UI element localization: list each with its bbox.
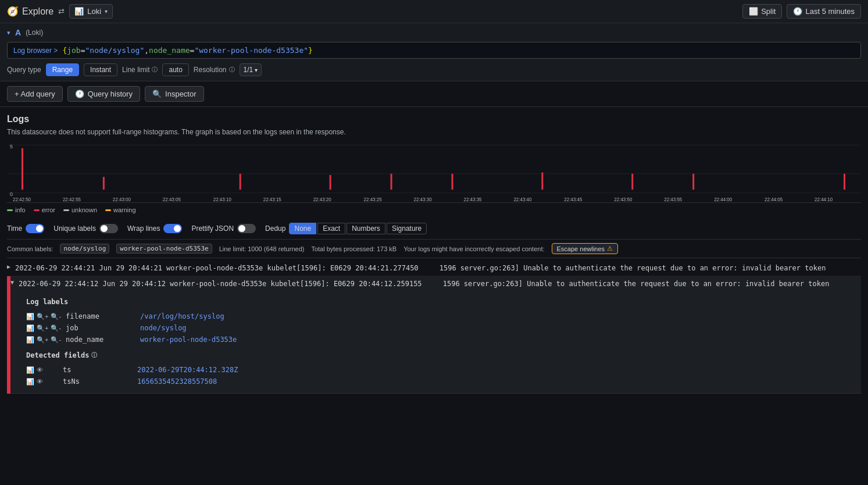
log-row-1[interactable]: ▶ 2022-06-29 22:44:21 Jun 29 20:44:21 wo… [7,261,861,276]
info-icon-resolution[interactable]: ⓘ [229,66,235,74]
chart-svg: 5 0 22:42:50 22:42:55 22:43:00 22:43:05 … [7,142,861,202]
legend-error: error [34,206,55,213]
svg-rect-5 [22,148,23,190]
detail-icons-job: 📊 🔍+ 🔍- [26,324,61,332]
filter-out-icon-filename[interactable]: 🔍- [51,313,61,320]
expand-icon-1[interactable]: ▶ [7,263,10,270]
info-dot [7,209,13,211]
legend-unknown: unknown [63,206,97,213]
bar-chart-icon-node-name[interactable]: 📊 [26,336,34,344]
error-dot [34,209,40,211]
time-control: Time [7,224,44,233]
eye-icon-ts[interactable]: 👁 [37,366,43,373]
detail-row-job: 📊 🔍+ 🔍- job node/syslog [26,322,849,334]
explore-title: 🧭 Explore [7,6,53,17]
dedup-none-button[interactable]: None [289,223,316,234]
detail-key-job: job [66,324,135,332]
info-icon-linelimit[interactable]: ⓘ [152,66,158,74]
escape-newlines-button[interactable]: Escape newlines ⚠ [552,243,619,254]
bar-chart-icon-tsns[interactable]: 📊 [26,378,34,386]
detail-value-job: node/syslog [140,324,186,332]
log-row-container-1: ▶ 2022-06-29 22:44:21 Jun 29 20:44:21 wo… [7,261,861,276]
svg-text:22:43:25: 22:43:25 [364,196,382,202]
log-row-container-2: ▼ 2022-06-29 22:44:12 Jun 29 20:44:12 wo… [7,276,861,394]
svg-text:22:43:45: 22:43:45 [564,196,582,202]
query-history-button[interactable]: 🕐 Query history [67,86,140,102]
detail-row-node-name: 📊 🔍+ 🔍- node_name worker-pool-node-d5353… [26,334,849,345]
query-label: A [15,28,21,37]
dedup-exact-button[interactable]: Exact [317,223,345,234]
prettify-json-toggle[interactable] [237,224,256,233]
wrap-lines-toggle[interactable] [163,224,182,233]
label-tag-node-syslog: node/syslog [60,244,109,254]
resolution-label: Resolution [194,66,227,74]
dedup-numbers-button[interactable]: Numbers [347,223,385,234]
detail-key-filename: filename [66,312,135,320]
time-toggle[interactable] [26,224,44,233]
filter-out-icon-node-name[interactable]: 🔍- [51,336,61,344]
brace-close: } [308,46,313,55]
svg-text:22:43:30: 22:43:30 [414,196,432,202]
unknown-dot [63,209,69,211]
loki-icon: 📊 [74,7,84,16]
inspector-icon: 🔍 [152,90,162,98]
instant-button[interactable]: Instant [84,63,117,76]
chevron-down-icon-res: ▾ [255,67,258,73]
query-expression[interactable]: {job="node/syslog",node_name="worker-poo… [62,46,313,55]
unique-labels-control: Unique labels [53,224,118,233]
warning-dot [105,209,111,211]
detail-value-ts: 2022-06-29T20:44:12.328Z [137,366,238,374]
legend-warning: warning [105,206,136,213]
auto-button[interactable]: auto [162,63,188,76]
svg-text:22:43:40: 22:43:40 [513,196,531,202]
detail-row-ts: 📊 👁 ts 2022-06-29T20:44:12.328Z [26,364,849,376]
wrap-lines-control: Wrap lines [127,224,182,233]
dedup-control: Dedup None Exact Numbers Signature [265,223,427,234]
svg-rect-14 [844,174,845,190]
svg-rect-7 [240,174,241,190]
chart-area: 5 0 22:42:50 22:42:55 22:43:00 22:43:05 … [7,142,861,203]
unique-labels-toggle[interactable] [99,224,118,233]
dedup-signature-button[interactable]: Signature [387,223,427,234]
collapse-button[interactable]: ▾ [7,29,10,37]
log-browser-link[interactable]: Log browser > [13,47,58,55]
range-button[interactable]: Range [46,63,79,76]
query-input-bar[interactable]: Log browser > {job="node/syslog",node_na… [7,42,861,59]
add-query-button[interactable]: + Add query [7,86,63,102]
bar-chart-icon-job[interactable]: 📊 [26,324,34,332]
top-bar: 🧭 Explore ⇄ 📊 Loki ▾ ⬜ Split 🕐 Last 5 mi… [0,0,868,23]
filter-out-icon-job[interactable]: 🔍- [51,324,61,332]
expand-icon-2[interactable]: ▼ [10,279,14,286]
log-row-2[interactable]: ▼ 2022-06-29 22:44:12 Jun 29 20:44:12 wo… [9,276,861,292]
time-range-button[interactable]: 🕐 Last 5 minutes [787,4,861,19]
resolution-select[interactable]: 1/1 ▾ [240,63,262,76]
bar-chart-icon-filename[interactable]: 📊 [26,313,34,320]
datasource-selector[interactable]: 📊 Loki ▾ [69,4,113,19]
split-button[interactable]: ⬜ Split [742,4,782,19]
info-icon-detected[interactable]: ⓘ [91,351,97,359]
detail-value-node-name: worker-pool-node-d5353e [140,336,237,344]
warning-icon: ⚠ [607,245,613,252]
svg-text:22:43:15: 22:43:15 [263,196,281,202]
inspector-button[interactable]: 🔍 Inspector [145,86,203,102]
top-bar-right: ⬜ Split 🕐 Last 5 minutes [742,4,861,19]
filter-in-icon-filename[interactable]: 🔍+ [37,313,48,320]
detail-icons-ts: 📊 👁 [26,366,58,374]
common-labels-bar: Common labels: node/syslog worker-pool-n… [7,240,861,258]
filter-in-icon-node-name[interactable]: 🔍+ [37,336,48,344]
action-bar: + Add query 🕐 Query history 🔍 Inspector [0,81,868,107]
log-rows: ▶ 2022-06-29 22:44:21 Jun 29 20:44:21 wo… [7,261,861,394]
query-row-a: ▾ A (Loki) [7,28,861,37]
filter-in-icon-job[interactable]: 🔍+ [37,324,48,332]
detail-icons-node-name: 📊 🔍+ 🔍- [26,336,61,344]
bar-chart-icon-ts[interactable]: 📊 [26,366,34,374]
compass-icon: 🧭 [7,6,19,17]
history-icon: 🕐 [75,90,84,98]
eye-icon-tsns[interactable]: 👁 [37,378,43,385]
detail-value-filename: /var/log/host/syslog [140,312,224,320]
detail-value-tsns: 1656535452328557508 [137,377,217,386]
share-icon[interactable]: ⇄ [58,7,65,16]
datasource-tag: (Loki) [26,28,43,37]
logs-section: Logs This datasource does not support fu… [0,107,868,401]
query-type-label: Query type [7,66,41,74]
